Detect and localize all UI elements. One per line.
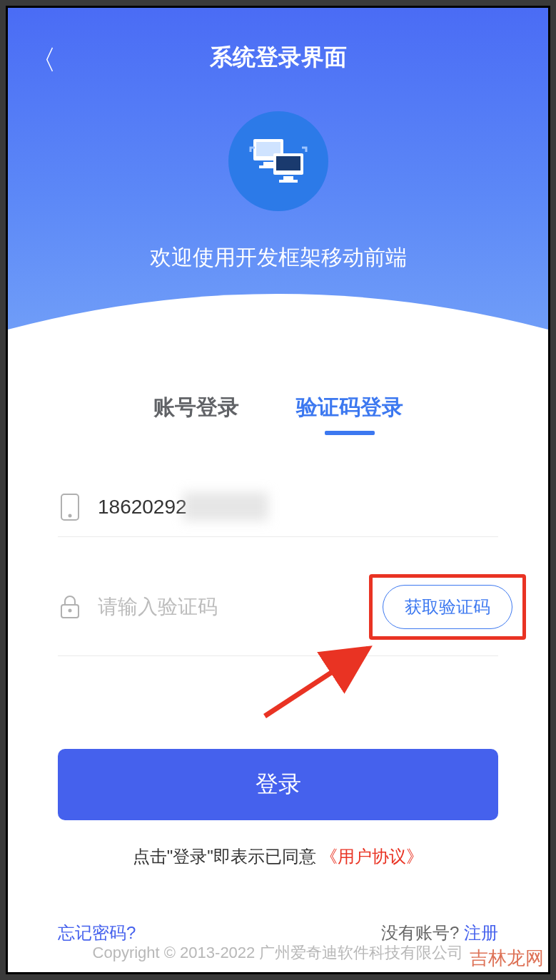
lock-icon — [58, 595, 82, 619]
header-gradient: 〈 系统登录界面 欢迎使用开发框架移动前端 — [8, 8, 548, 350]
code-input[interactable] — [98, 596, 353, 618]
svg-rect-7 — [279, 180, 298, 183]
phone-row — [58, 478, 498, 537]
annotation-arrow-icon — [258, 638, 386, 723]
tab-account-login[interactable]: 账号登录 — [153, 393, 239, 435]
login-form: 账号登录 验证码登录 获取验证码 登录 点击"登录"即表示 — [8, 350, 548, 944]
code-row: 获取验证码 — [58, 558, 498, 656]
app-logo — [228, 111, 328, 211]
devices-icon — [249, 132, 308, 190]
svg-rect-2 — [263, 162, 273, 165]
annotation-highlight: 获取验证码 — [369, 574, 526, 640]
get-code-button[interactable]: 获取验证码 — [383, 585, 512, 629]
svg-line-12 — [265, 648, 368, 716]
back-icon[interactable]: 〈 — [29, 42, 56, 78]
svg-rect-5 — [276, 156, 300, 170]
welcome-text: 欢迎使用开发框架移动前端 — [150, 243, 407, 272]
app-screen: 〈 系统登录界面 欢迎使用开发框架移动前端 账号登录 验证码登录 — [6, 6, 550, 974]
svg-point-11 — [69, 609, 72, 613]
agreement-text: 点击"登录"即表示已同意 《用户协议》 — [58, 845, 498, 868]
svg-rect-6 — [283, 176, 293, 180]
phone-input[interactable] — [98, 496, 498, 519]
agreement-prefix: 点击"登录"即表示已同意 — [133, 847, 316, 866]
watermark-text: 吉林龙网 — [470, 946, 544, 971]
page-title: 系统登录界面 — [210, 42, 347, 73]
phone-icon — [58, 494, 82, 521]
svg-point-9 — [69, 514, 72, 518]
tab-sms-login[interactable]: 验证码登录 — [296, 393, 403, 435]
login-button[interactable]: 登录 — [58, 749, 498, 820]
curve-divider — [8, 287, 548, 351]
login-tabs: 账号登录 验证码登录 — [58, 393, 498, 435]
copyright-text: Copyright © 2013-2022 广州爱奇迪软件科技有限公司 — [8, 934, 548, 972]
user-agreement-link[interactable]: 《用户协议》 — [320, 847, 423, 866]
